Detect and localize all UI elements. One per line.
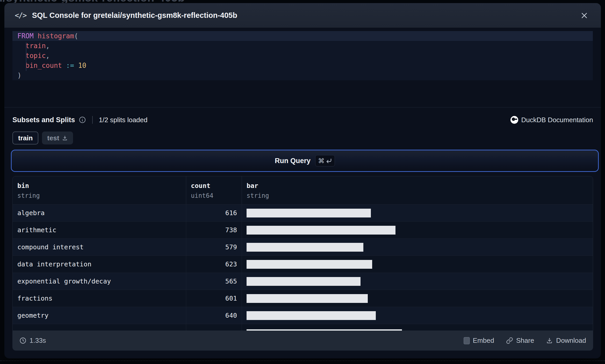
code-token <box>17 42 25 50</box>
table-row: arithmetic738 <box>13 221 593 238</box>
cell-count: 640 <box>186 307 242 324</box>
column-header-bar[interactable]: bar string <box>242 176 593 204</box>
cell-bar <box>242 290 593 307</box>
cell-count: 601 <box>186 290 242 307</box>
code-token: ) <box>17 71 21 79</box>
cell-bar <box>242 222 593 238</box>
code-token <box>34 32 38 40</box>
histogram-bar <box>247 226 395 235</box>
download-icon <box>62 135 68 141</box>
table-header-row: bin string count uint64 bar string <box>13 176 593 204</box>
share-link-icon <box>506 337 513 344</box>
table-row: data interpretation623 <box>13 256 593 273</box>
code-token: topic <box>25 52 46 60</box>
footer-actions: Embed Share Download <box>464 337 586 345</box>
table-body: algebra616arithmetic738compound interest… <box>13 204 593 331</box>
histogram-bar <box>247 294 368 303</box>
splits-loaded-status: 1/2 splits loaded <box>99 116 148 124</box>
cell-bar <box>242 239 593 256</box>
split-chip-label: train <box>18 134 33 142</box>
cell-bar <box>242 324 593 331</box>
cell-bar <box>242 273 593 290</box>
cell-count: 616 <box>186 205 242 221</box>
column-header-bin[interactable]: bin string <box>13 176 186 204</box>
query-time: 1.33s <box>19 337 46 345</box>
cell-count: 565 <box>186 273 242 290</box>
cell-bar <box>242 256 593 273</box>
sql-editor[interactable]: FROM histogram( train, topic, bin_count … <box>12 31 593 80</box>
code-lines: FROM histogram( train, topic, bin_count … <box>12 31 593 80</box>
cell-bin: arithmetic <box>13 222 186 238</box>
clock-icon <box>19 337 26 344</box>
cell-bin: fractions <box>13 290 186 307</box>
code-token: , <box>46 52 50 60</box>
code-line: topic, <box>12 51 593 61</box>
split-chip-label: test <box>47 134 59 142</box>
table-row: geometry640 <box>13 307 593 324</box>
info-icon[interactable] <box>79 116 86 123</box>
share-button[interactable]: Share <box>506 337 534 345</box>
histogram-bar <box>247 277 361 286</box>
page: gretelai/synthetic-gsm8k-reflection-405b… <box>0 0 605 364</box>
table-row: algebra616 <box>13 204 593 221</box>
run-query-button[interactable]: Run Query ⌘ <box>11 150 599 172</box>
code-token: FROM <box>17 32 34 40</box>
histogram-bar <box>247 209 371 217</box>
cell-bin: compound interest <box>13 239 186 256</box>
elapsed-time: 1.33s <box>30 337 46 345</box>
indent-guide <box>26 42 26 71</box>
code-token: , <box>46 42 50 50</box>
split-chip-train[interactable]: train <box>12 132 38 144</box>
code-line: bin_count := 10 <box>12 61 593 70</box>
table-row: fractions601 <box>13 290 593 307</box>
code-token <box>62 62 66 69</box>
duckdb-link-label: DuckDB Documentation <box>521 116 593 124</box>
close-icon[interactable] <box>579 10 589 21</box>
keyboard-shortcut-badge: ⌘ <box>315 155 335 166</box>
code-icon: </> <box>15 11 26 20</box>
cell-bin <box>13 324 186 331</box>
code-token <box>17 52 25 60</box>
code-token: := <box>66 62 74 69</box>
cell-count: 623 <box>186 256 242 273</box>
subsets-row: Subsets and Splits 1/2 splits loaded Duc… <box>12 113 593 127</box>
download-icon <box>546 337 553 344</box>
vertical-divider <box>92 116 93 124</box>
download-button[interactable]: Download <box>546 337 586 345</box>
cell-count: 738 <box>186 222 242 238</box>
subsets-heading: Subsets and Splits <box>12 116 75 124</box>
split-chips-row: traintest <box>12 132 73 144</box>
background-divider <box>0 360 605 361</box>
results-table: bin string count uint64 bar string algeb… <box>12 176 593 351</box>
cell-bar <box>242 205 593 221</box>
embed-icon <box>464 337 470 344</box>
split-chip-test[interactable]: test <box>42 132 73 144</box>
code-token: histogram <box>38 32 74 40</box>
cell-bin: geometry <box>13 307 186 324</box>
code-token: bin_count <box>25 62 62 69</box>
cell-bin: exponential growth/decay <box>13 273 186 290</box>
sql-console-modal: </> SQL Console for gretelai/synthetic-g… <box>4 3 601 358</box>
run-query-label: Run Query <box>275 157 311 165</box>
column-header-count[interactable]: count uint64 <box>186 176 242 204</box>
duckdb-documentation-link[interactable]: DuckDB Documentation <box>510 116 593 124</box>
command-icon: ⌘ <box>318 158 325 164</box>
subsets-left: Subsets and Splits 1/2 splits loaded <box>12 116 147 124</box>
embed-button[interactable]: Embed <box>464 337 494 345</box>
code-token: 10 <box>78 62 86 69</box>
code-token <box>74 62 78 69</box>
code-line: ) <box>12 70 593 80</box>
cell-bar <box>242 307 593 324</box>
histogram-bar <box>247 311 376 320</box>
code-line: FROM histogram( <box>12 31 593 41</box>
modal-header: </> SQL Console for gretelai/synthetic-g… <box>4 3 601 28</box>
code-token <box>17 62 25 69</box>
cell-count <box>186 324 242 331</box>
histogram-bar <box>247 243 363 252</box>
table-row: exponential growth/decay565 <box>13 273 593 290</box>
table-row-partial <box>13 324 593 331</box>
results-footer: 1.33s Embed Share Download <box>13 331 593 350</box>
code-line: train, <box>12 41 593 51</box>
cell-count: 579 <box>186 239 242 256</box>
code-token: ( <box>74 32 78 40</box>
